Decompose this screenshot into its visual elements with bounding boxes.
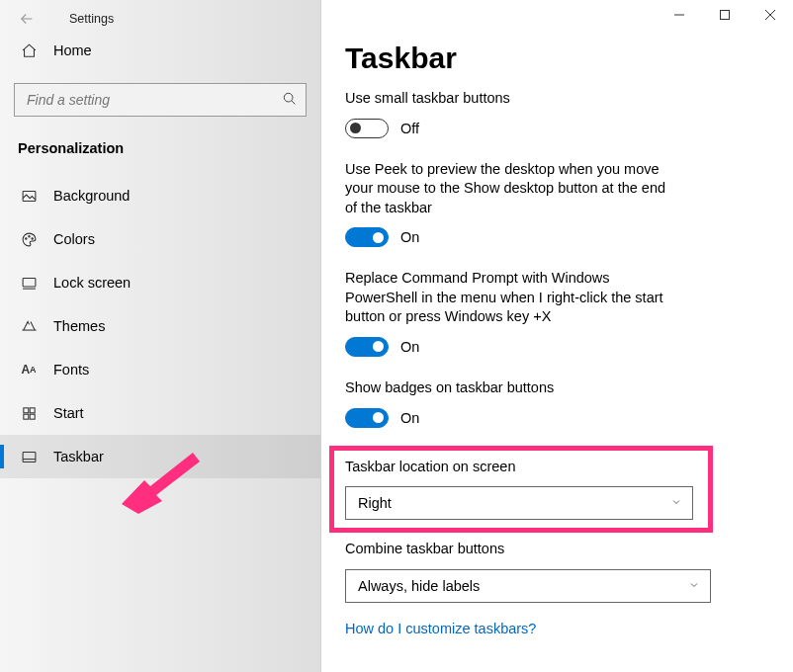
toggle-value: On [400, 339, 419, 355]
sidebar-item-background[interactable]: Background [0, 174, 320, 217]
sidebar-item-fonts[interactable]: AA Fonts [0, 348, 320, 391]
toggle-badges[interactable]: On [345, 408, 769, 428]
svg-point-0 [284, 93, 293, 102]
home-nav-item[interactable]: Home [0, 28, 320, 73]
toggle-small-buttons[interactable]: Off [345, 119, 769, 138]
home-icon [20, 42, 38, 59]
toggle-value: Off [400, 121, 419, 136]
sidebar: Settings Home Personalization Background [0, 0, 321, 672]
chevron-down-icon [670, 495, 682, 511]
window-title: Settings [69, 12, 114, 26]
back-arrow-icon [18, 10, 36, 28]
svg-rect-8 [23, 414, 28, 419]
start-icon [20, 404, 38, 422]
titlebar [657, 0, 793, 30]
toggle-peek[interactable]: On [345, 227, 769, 247]
search-icon [282, 91, 298, 110]
search-box[interactable] [14, 83, 307, 117]
sidebar-item-label: Fonts [53, 362, 89, 378]
maximize-button[interactable] [702, 0, 748, 30]
taskbar-icon [20, 448, 38, 465]
svg-rect-12 [721, 11, 730, 20]
sidebar-item-label: Taskbar [53, 449, 104, 464]
sidebar-item-label: Start [53, 405, 84, 421]
fonts-icon: AA [20, 361, 38, 378]
setting-combine: Combine taskbar buttons Always, hide lab… [345, 540, 769, 603]
svg-point-4 [31, 237, 32, 238]
svg-rect-5 [23, 278, 36, 287]
dropdown-taskbar-location[interactable]: Right [345, 486, 693, 520]
toggle-value: On [400, 229, 419, 245]
setting-label: Show badges on taskbar buttons [345, 378, 671, 398]
svg-rect-10 [23, 452, 36, 462]
sidebar-item-colors[interactable]: Colors [0, 217, 320, 261]
sidebar-item-label: Colors [53, 231, 95, 247]
setting-small-buttons: Use small taskbar buttons Off [345, 89, 769, 138]
lockscreen-icon [20, 274, 38, 292]
svg-rect-9 [30, 414, 35, 419]
setting-peek: Use Peek to preview the desktop when you… [345, 160, 769, 248]
setting-powershell: Replace Command Prompt with Windows Powe… [345, 269, 769, 357]
home-label: Home [53, 42, 92, 58]
sidebar-item-start[interactable]: Start [0, 391, 320, 435]
sidebar-item-label: Lock screen [53, 275, 131, 291]
setting-label: Use Peek to preview the desktop when you… [345, 160, 671, 218]
sidebar-item-taskbar[interactable]: Taskbar [0, 435, 320, 478]
setting-label: Combine taskbar buttons [345, 540, 671, 559]
close-button[interactable] [748, 0, 793, 30]
sidebar-item-themes[interactable]: Themes [0, 304, 320, 348]
dropdown-value: Always, hide labels [358, 578, 480, 594]
minimize-button[interactable] [657, 0, 702, 30]
settings-app: Settings Home Personalization Background [0, 0, 793, 672]
setting-label: Use small taskbar buttons [345, 89, 671, 109]
dropdown-value: Right [358, 495, 392, 511]
main-content: Taskbar Use small taskbar buttons Off Us… [321, 0, 793, 672]
sidebar-item-label: Themes [53, 318, 105, 334]
toggle-powershell[interactable]: On [345, 337, 769, 357]
dropdown-combine-buttons[interactable]: Always, hide labels [345, 569, 711, 603]
svg-point-3 [28, 235, 29, 236]
setting-location: Taskbar location on screen Right [345, 450, 769, 527]
svg-rect-6 [23, 407, 28, 412]
section-header: Personalization [0, 123, 320, 174]
themes-icon [20, 317, 38, 335]
setting-label: Replace Command Prompt with Windows Powe… [345, 269, 671, 327]
toggle-value: On [400, 410, 419, 426]
back-button[interactable]: Settings [0, 8, 320, 28]
setting-label: Taskbar location on screen [345, 458, 671, 477]
sidebar-item-lockscreen[interactable]: Lock screen [0, 261, 320, 304]
palette-icon [20, 230, 38, 248]
search-input[interactable] [25, 91, 282, 109]
setting-badges: Show badges on taskbar buttons On [345, 378, 769, 428]
image-icon [20, 187, 38, 205]
chevron-down-icon [688, 578, 700, 594]
svg-point-2 [25, 237, 26, 238]
help-link[interactable]: How do I customize taskbars? [345, 621, 769, 636]
sidebar-item-label: Background [53, 188, 130, 204]
svg-rect-7 [30, 407, 35, 412]
